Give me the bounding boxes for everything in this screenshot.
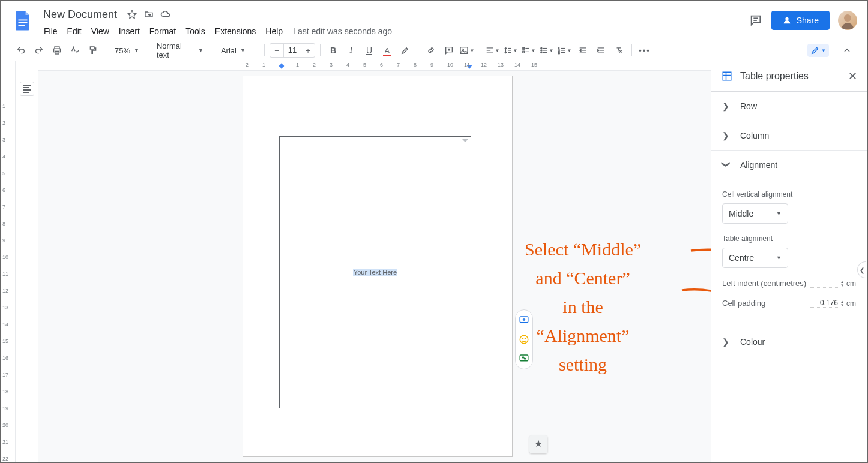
chevron-down-icon: ❯ <box>722 161 731 169</box>
share-label: Share <box>797 16 819 25</box>
zoom-select[interactable]: 75%▼ <box>111 43 143 58</box>
svg-point-23 <box>541 47 542 49</box>
redo-button[interactable] <box>31 43 47 58</box>
svg-point-47 <box>522 338 523 339</box>
panel-title: Table properties <box>740 71 841 82</box>
table-cell[interactable]: Your Text Here <box>279 136 471 408</box>
text-color-button[interactable]: A <box>379 43 395 58</box>
menu-format[interactable]: Format <box>145 25 180 37</box>
cloud-status-icon[interactable] <box>160 9 171 20</box>
font-size-value[interactable]: 11 <box>283 44 301 57</box>
cell-valign-dropdown[interactable]: Middle▼ <box>722 203 788 224</box>
underline-button[interactable]: U <box>361 43 377 58</box>
comment-history-icon[interactable] <box>749 13 763 28</box>
menu-bar: File Edit View Insert Format Tools Exten… <box>40 24 749 38</box>
vertical-ruler: 12345678910111213141516171819202122 <box>1 61 16 462</box>
bold-button[interactable]: B <box>325 43 341 58</box>
star-icon[interactable] <box>127 9 137 20</box>
document-title[interactable]: New Document <box>40 7 121 22</box>
document-page[interactable]: Your Text Here <box>243 76 513 457</box>
svg-rect-0 <box>19 20 28 21</box>
menu-edit[interactable]: Edit <box>63 25 86 37</box>
undo-button[interactable] <box>13 43 29 58</box>
explore-button[interactable] <box>529 435 547 453</box>
menu-tools[interactable]: Tools <box>181 25 209 37</box>
table-align-dropdown[interactable]: Centre▼ <box>722 248 788 268</box>
italic-button[interactable]: I <box>343 43 359 58</box>
table-properties-panel: Table properties ✕ ❯ Row ❯ Column ❯ Alig… <box>711 61 867 462</box>
insert-image-button[interactable]: ▼ <box>459 43 475 58</box>
table-align-label: Table alignment <box>722 234 856 243</box>
menu-insert[interactable]: Insert <box>115 25 144 37</box>
svg-text:3: 3 <box>559 52 561 55</box>
chevron-right-icon: ❯ <box>722 101 731 111</box>
annotation-arrow-1 <box>690 242 711 266</box>
line-spacing-button[interactable]: ▼ <box>503 43 519 58</box>
left-indent-label: Left indent (centimetres) <box>722 279 806 288</box>
align-button[interactable]: ▼ <box>485 43 501 58</box>
chevron-right-icon: ❯ <box>722 131 731 140</box>
insert-link-button[interactable] <box>423 43 439 58</box>
stepper-icon: ▲▼ <box>840 280 844 287</box>
menu-extensions[interactable]: Extensions <box>211 25 260 37</box>
share-button[interactable]: Share <box>771 11 830 30</box>
cell-padding-input[interactable] <box>810 299 838 308</box>
left-indent-input <box>810 279 838 288</box>
chevron-right-icon: ❯ <box>722 337 731 347</box>
increase-indent-button[interactable] <box>593 43 609 58</box>
column-section[interactable]: ❯ Column <box>711 121 867 151</box>
font-select[interactable]: Arial▼ <box>217 43 259 58</box>
svg-rect-2 <box>19 25 25 26</box>
annotation-text: Select “Middle” and “Center” in the “Ali… <box>525 235 641 379</box>
last-edit-link[interactable]: Last edit was seconds ago <box>293 26 392 36</box>
svg-rect-50 <box>723 72 731 80</box>
svg-point-5 <box>844 14 851 22</box>
cell-text-content[interactable]: Your Text Here <box>353 269 397 276</box>
outline-toggle-button[interactable] <box>20 82 34 96</box>
font-size-stepper[interactable]: − 11 + <box>270 43 315 58</box>
bulleted-list-button[interactable]: ▼ <box>539 43 555 58</box>
move-icon[interactable] <box>143 9 154 20</box>
account-avatar[interactable] <box>838 11 857 30</box>
menu-file[interactable]: File <box>40 25 62 37</box>
colour-section[interactable]: ❯ Colour <box>711 327 867 356</box>
svg-rect-11 <box>460 47 468 54</box>
print-button[interactable] <box>49 43 65 58</box>
svg-rect-1 <box>19 22 28 23</box>
row-section[interactable]: ❯ Row <box>711 92 867 121</box>
docs-logo[interactable] <box>11 8 35 32</box>
toolbar: 75%▼ Normal text▼ Arial▼ − 11 + B I U A … <box>1 40 867 61</box>
horizontal-ruler: 21123456789101112131415 <box>38 61 711 71</box>
stepper-icon[interactable]: ▲▼ <box>840 300 844 307</box>
more-button[interactable]: ••• <box>637 43 653 58</box>
cell-valign-label: Cell vertical alignment <box>722 190 856 199</box>
add-comment-button[interactable] <box>441 43 457 58</box>
collapse-toolbar-button[interactable] <box>839 43 855 58</box>
font-size-increase[interactable]: + <box>301 46 315 55</box>
menu-view[interactable]: View <box>87 25 113 37</box>
cell-dropdown-icon[interactable] <box>462 139 468 142</box>
paint-format-button[interactable] <box>85 43 101 58</box>
menu-help[interactable]: Help <box>261 25 287 37</box>
checklist-button[interactable]: ▼ <box>521 43 537 58</box>
highlight-color-button[interactable] <box>397 43 413 58</box>
font-size-decrease[interactable]: − <box>270 46 283 55</box>
svg-rect-21 <box>523 51 525 53</box>
spellcheck-button[interactable] <box>67 43 83 58</box>
svg-point-25 <box>541 52 542 53</box>
style-select[interactable]: Normal text▼ <box>153 43 207 58</box>
editing-mode-button[interactable]: ▼ <box>807 44 829 57</box>
svg-point-24 <box>541 50 542 51</box>
decrease-indent-button[interactable] <box>575 43 591 58</box>
annotation-arrow-2 <box>681 283 711 310</box>
clear-formatting-button[interactable] <box>611 43 627 58</box>
close-panel-button[interactable]: ✕ <box>848 70 857 83</box>
numbered-list-button[interactable]: 123▼ <box>557 43 573 58</box>
alignment-section-header[interactable]: ❯ Alignment <box>711 151 867 179</box>
cell-padding-label: Cell padding <box>722 299 765 308</box>
table-icon <box>721 70 733 82</box>
